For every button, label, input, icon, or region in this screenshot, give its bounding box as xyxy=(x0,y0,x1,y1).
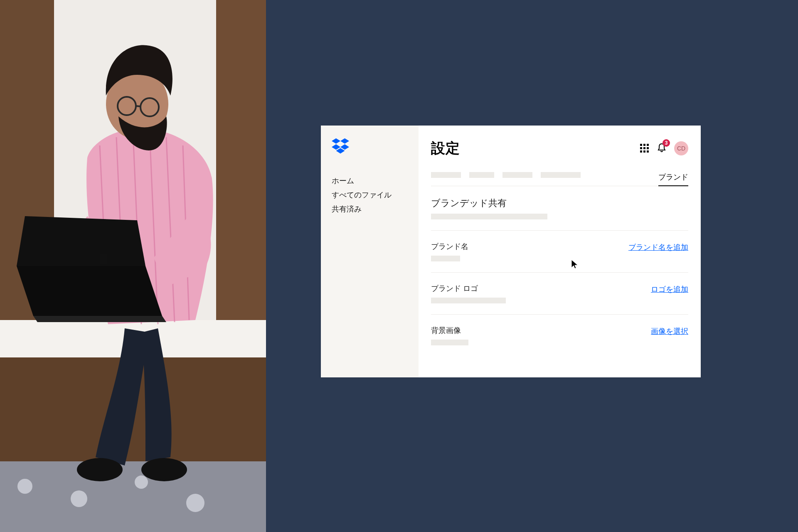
sidebar-item-home[interactable]: ホーム xyxy=(332,174,408,188)
svg-rect-24 xyxy=(100,254,107,264)
svg-marker-25 xyxy=(332,138,340,144)
description-placeholder xyxy=(431,214,547,219)
sidebar-item-shared[interactable]: 共有済み xyxy=(332,202,408,216)
svg-point-11 xyxy=(141,458,187,481)
section-brand-logo: ブランド ロゴ ロゴを追加 xyxy=(431,283,688,315)
sidebar-nav: ホーム すべてのファイル 共有済み xyxy=(332,174,408,216)
notification-badge: 3 xyxy=(663,139,670,147)
setting-label: 背景画像 xyxy=(431,325,468,335)
tab-placeholder[interactable] xyxy=(541,172,581,178)
page-title: 設定 xyxy=(431,139,460,158)
header-actions: 3 CD xyxy=(640,141,688,155)
add-brand-name-link[interactable]: ブランド名を追加 xyxy=(628,241,688,252)
svg-marker-27 xyxy=(332,144,340,150)
sidebar-item-all-files[interactable]: すべてのファイル xyxy=(332,188,408,202)
tabs: ブランド xyxy=(431,172,688,186)
svg-rect-5 xyxy=(0,461,266,532)
svg-line-23 xyxy=(136,106,140,106)
tab-placeholder[interactable] xyxy=(502,172,532,178)
section-brand-name: ブランド名 ブランド名を追加 xyxy=(431,241,688,273)
svg-marker-26 xyxy=(340,138,349,144)
section-branded-sharing: ブランデッド共有 xyxy=(431,197,688,231)
notifications-button[interactable]: 3 xyxy=(657,143,667,154)
select-image-link[interactable]: 画像を選択 xyxy=(651,325,688,336)
settings-window: ホーム すべてのファイル 共有済み 設定 xyxy=(321,126,701,377)
setting-label: ブランド ロゴ xyxy=(431,283,506,293)
svg-marker-29 xyxy=(336,148,345,153)
header: 設定 3 CD xyxy=(431,139,688,158)
dark-background-panel: ホーム すべてのファイル 共有済み 設定 xyxy=(266,0,798,532)
value-placeholder xyxy=(431,340,468,345)
marketing-photo xyxy=(0,0,266,532)
value-placeholder xyxy=(431,298,506,303)
add-logo-link[interactable]: ロゴを追加 xyxy=(651,283,688,294)
section-background-image: 背景画像 画像を選択 xyxy=(431,325,688,356)
svg-point-6 xyxy=(17,479,32,494)
dropbox-logo-icon[interactable] xyxy=(332,138,349,154)
main-content: 設定 3 CD xyxy=(419,126,701,377)
svg-point-8 xyxy=(135,475,148,489)
section-title: ブランデッド共有 xyxy=(431,197,688,209)
avatar[interactable]: CD xyxy=(674,141,688,155)
value-placeholder xyxy=(431,256,460,261)
svg-rect-2 xyxy=(216,0,266,357)
sidebar: ホーム すべてのファイル 共有済み xyxy=(321,126,419,377)
tab-placeholder[interactable] xyxy=(469,172,494,178)
tab-brand[interactable]: ブランド xyxy=(658,172,688,186)
app-grid-icon[interactable] xyxy=(640,144,649,153)
setting-label: ブランド名 xyxy=(431,241,468,251)
tab-placeholder[interactable] xyxy=(431,172,461,178)
svg-point-10 xyxy=(77,458,123,481)
svg-marker-28 xyxy=(340,144,349,150)
svg-point-7 xyxy=(71,490,87,507)
svg-point-9 xyxy=(186,494,204,512)
